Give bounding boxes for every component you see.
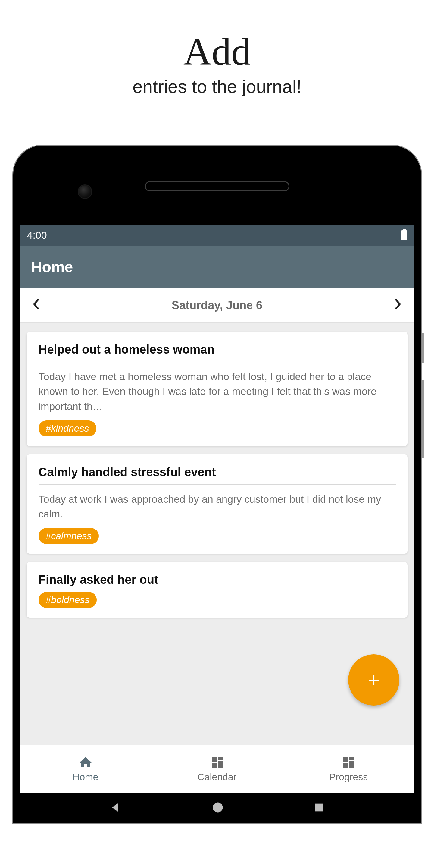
- entry-title: Finally asked her out: [38, 573, 396, 587]
- circle-home-icon: [211, 801, 224, 814]
- divider: [38, 362, 396, 362]
- promo-banner: Add entries to the journal!: [0, 0, 434, 97]
- journal-entry[interactable]: Calmly handled stressful event Today at …: [27, 455, 408, 554]
- entries-list: Helped out a homeless woman Today I have…: [20, 323, 414, 745]
- phone-speaker: [145, 181, 290, 191]
- nav-label: Calendar: [198, 772, 237, 783]
- phone-volume-button: [422, 380, 424, 458]
- status-bar: 4:00: [20, 224, 414, 246]
- svg-rect-1: [315, 804, 324, 812]
- entry-title: Calmly handled stressful event: [38, 465, 396, 479]
- square-recents-icon: [313, 801, 325, 813]
- chevron-right-icon: [395, 299, 401, 310]
- page-title: Home: [31, 258, 403, 276]
- entry-body: Today at work I was approached by an ang…: [38, 492, 396, 522]
- date-navigator: Saturday, June 6: [20, 288, 414, 323]
- status-time: 4:00: [27, 229, 47, 241]
- prev-day-button[interactable]: [29, 296, 43, 315]
- promo-subtitle: entries to the journal!: [0, 76, 434, 97]
- entry-tag[interactable]: #boldness: [38, 592, 97, 608]
- android-recents-button[interactable]: [313, 801, 325, 815]
- nav-label: Home: [73, 772, 98, 783]
- nav-calendar[interactable]: Calendar: [151, 745, 283, 793]
- android-back-button[interactable]: [109, 801, 122, 815]
- bottom-nav: Home Calendar Progress: [20, 745, 414, 793]
- phone-side-button: [422, 333, 424, 363]
- divider: [38, 484, 396, 485]
- entry-body: Today I have met a homeless woman who fe…: [38, 369, 396, 414]
- phone-frame: 4:00 Home Saturday, June 6 Helped out a …: [12, 145, 422, 824]
- journal-entry[interactable]: Finally asked her out #boldness: [27, 562, 408, 618]
- triangle-back-icon: [109, 801, 122, 814]
- android-nav-bar: [20, 793, 414, 823]
- dashboard-icon: [210, 755, 224, 770]
- nav-progress[interactable]: Progress: [283, 745, 414, 793]
- nav-label: Progress: [329, 772, 368, 783]
- entry-tag[interactable]: #kindness: [38, 421, 96, 436]
- phone-camera: [78, 185, 91, 198]
- phone-hardware-area: [20, 152, 414, 224]
- svg-point-0: [213, 803, 223, 812]
- android-home-button[interactable]: [211, 801, 224, 815]
- promo-title: Add: [0, 30, 434, 73]
- entry-title: Helped out a homeless woman: [38, 343, 396, 356]
- battery-icon: [401, 230, 407, 240]
- dashboard-icon: [341, 755, 356, 770]
- home-icon: [78, 755, 93, 770]
- journal-entry[interactable]: Helped out a homeless woman Today I have…: [27, 332, 408, 446]
- current-date: Saturday, June 6: [172, 299, 262, 312]
- app-header: Home: [20, 246, 414, 288]
- chevron-left-icon: [33, 299, 39, 310]
- plus-icon: +: [368, 668, 380, 692]
- add-entry-button[interactable]: +: [348, 654, 399, 706]
- next-day-button[interactable]: [391, 296, 405, 315]
- entry-tag[interactable]: #calmness: [38, 528, 99, 544]
- nav-home[interactable]: Home: [20, 745, 152, 793]
